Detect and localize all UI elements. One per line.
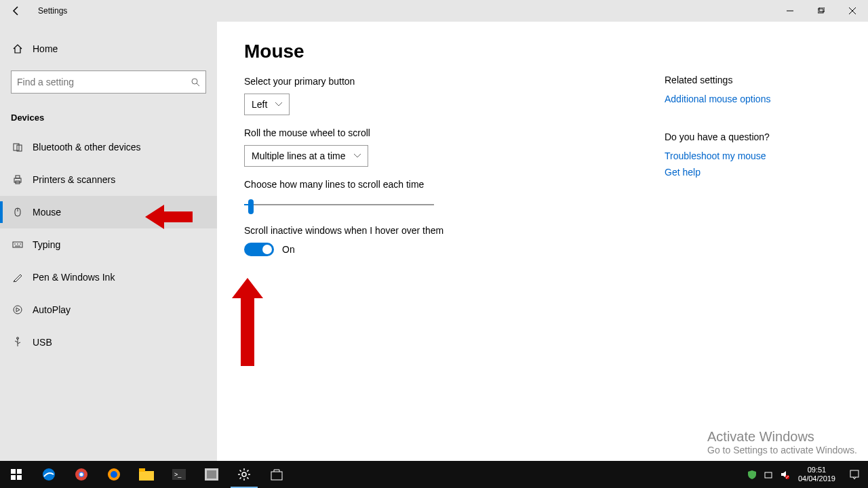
taskbar-store[interactable] xyxy=(260,461,293,488)
tray-updates-icon[interactable] xyxy=(760,461,776,488)
svg-text:>_: >_ xyxy=(174,471,182,478)
page-title: Mouse xyxy=(244,41,665,62)
scroll-lines-slider[interactable] xyxy=(244,197,434,213)
dropdown-value: Multiple lines at a time xyxy=(252,150,346,161)
close-button[interactable] xyxy=(837,0,868,22)
svg-rect-10 xyxy=(16,176,20,178)
pen-icon xyxy=(11,272,24,283)
roll-wheel-label: Roll the mouse wheel to scroll xyxy=(244,127,665,138)
svg-rect-2 xyxy=(819,7,825,12)
svg-rect-27 xyxy=(17,475,22,480)
search-box[interactable] xyxy=(11,70,206,94)
mouse-icon xyxy=(11,207,24,218)
sidebar-item-label: AutoPlay xyxy=(33,304,71,315)
taskbar-chrome[interactable] xyxy=(65,461,98,488)
devices-icon xyxy=(11,142,24,152)
taskbar-explorer[interactable] xyxy=(130,461,163,488)
primary-button-label: Select your primary button xyxy=(244,76,665,87)
activate-sub: Go to Settings to activate Windows. xyxy=(707,445,857,455)
taskbar-app[interactable] xyxy=(195,461,228,488)
svg-point-19 xyxy=(14,306,22,314)
home-icon xyxy=(11,43,24,54)
clock-time: 09:51 xyxy=(798,466,835,474)
tray-security-icon[interactable] xyxy=(744,461,760,488)
taskbar-settings[interactable] xyxy=(228,461,260,488)
sidebar: Home Devices Bluetooth & other devices P… xyxy=(0,22,217,461)
sidebar-item-typing[interactable]: Typing xyxy=(0,228,217,261)
taskbar-terminal[interactable]: >_ xyxy=(163,461,195,488)
svg-rect-24 xyxy=(11,469,16,474)
sidebar-item-autoplay[interactable]: AutoPlay xyxy=(0,293,217,326)
start-button[interactable] xyxy=(0,461,33,488)
roll-wheel-dropdown[interactable]: Multiple lines at a time xyxy=(244,145,368,167)
autoplay-icon xyxy=(11,304,24,315)
sidebar-item-label: Typing xyxy=(33,239,60,250)
sidebar-item-label: Bluetooth & other devices xyxy=(33,142,141,152)
keyboard-icon xyxy=(11,239,24,250)
sidebar-item-label: USB xyxy=(33,337,52,348)
svg-rect-14 xyxy=(13,242,22,247)
chevron-down-icon xyxy=(354,154,361,158)
sidebar-item-bluetooth[interactable]: Bluetooth & other devices xyxy=(0,131,217,163)
annotation-arrow-left xyxy=(145,203,193,230)
maximize-button[interactable] xyxy=(806,0,837,22)
home-nav[interactable]: Home xyxy=(0,35,217,62)
svg-rect-1 xyxy=(818,9,823,13)
question-header: Do you have a question? xyxy=(665,131,841,142)
slider-thumb[interactable] xyxy=(248,199,254,214)
sidebar-item-printers[interactable]: Printers & scanners xyxy=(0,163,217,196)
sidebar-item-label: Pen & Windows Ink xyxy=(33,272,115,283)
additional-mouse-options-link[interactable]: Additional mouse options xyxy=(665,94,841,104)
slider-track xyxy=(244,204,434,205)
window-title: Settings xyxy=(38,6,67,16)
svg-rect-35 xyxy=(139,468,145,472)
notifications-button[interactable] xyxy=(841,461,868,488)
svg-rect-25 xyxy=(17,469,22,474)
search-icon xyxy=(191,77,200,87)
sidebar-item-pen[interactable]: Pen & Windows Ink xyxy=(0,261,217,293)
home-label: Home xyxy=(33,43,58,54)
back-button[interactable] xyxy=(0,0,33,22)
svg-point-33 xyxy=(111,471,117,478)
printer-icon xyxy=(11,174,24,185)
get-help-link[interactable]: Get help xyxy=(665,167,841,178)
svg-rect-26 xyxy=(11,475,16,480)
svg-rect-41 xyxy=(271,472,282,480)
sidebar-item-label: Printers & scanners xyxy=(33,174,115,185)
toggle-state: On xyxy=(282,244,295,255)
system-tray: 09:51 04/04/2019 xyxy=(744,461,868,488)
svg-point-40 xyxy=(242,472,246,476)
usb-icon xyxy=(11,337,24,348)
taskbar-firefox[interactable] xyxy=(98,461,130,488)
taskbar-edge[interactable] xyxy=(33,461,65,488)
main-content: Mouse Select your primary button Left Ro… xyxy=(217,22,868,461)
svg-rect-39 xyxy=(207,470,216,479)
svg-rect-45 xyxy=(850,470,859,477)
window-controls xyxy=(774,0,868,22)
clock-date: 04/04/2019 xyxy=(798,474,835,483)
svg-rect-42 xyxy=(765,472,772,478)
minimize-button[interactable] xyxy=(774,0,806,22)
svg-line-6 xyxy=(197,83,199,86)
dropdown-value: Left xyxy=(252,99,267,110)
titlebar: Settings xyxy=(0,0,868,22)
primary-button-dropdown[interactable]: Left xyxy=(244,94,290,115)
taskbar-clock[interactable]: 09:51 04/04/2019 xyxy=(793,466,841,483)
chevron-down-icon xyxy=(275,102,282,106)
svg-point-31 xyxy=(80,473,83,476)
svg-rect-34 xyxy=(139,471,154,481)
search-input[interactable] xyxy=(17,77,191,87)
taskbar[interactable]: >_ 09:51 04/04/2019 xyxy=(0,461,868,488)
sidebar-item-usb[interactable]: USB xyxy=(0,326,217,359)
annotation-arrow-up xyxy=(232,278,263,366)
troubleshoot-link[interactable]: Troubleshoot my mouse xyxy=(665,150,841,161)
svg-marker-22 xyxy=(145,205,193,229)
svg-point-5 xyxy=(192,79,197,84)
section-header: Devices xyxy=(0,107,217,131)
inactive-scroll-toggle[interactable] xyxy=(244,243,274,256)
related-panel: Related settings Additional mouse option… xyxy=(665,41,841,442)
scroll-lines-label: Choose how many lines to scroll each tim… xyxy=(244,179,665,190)
inactive-scroll-label: Scroll inactive windows when I hover ove… xyxy=(244,225,665,236)
related-header: Related settings xyxy=(665,75,841,85)
tray-volume-icon[interactable] xyxy=(776,461,793,488)
